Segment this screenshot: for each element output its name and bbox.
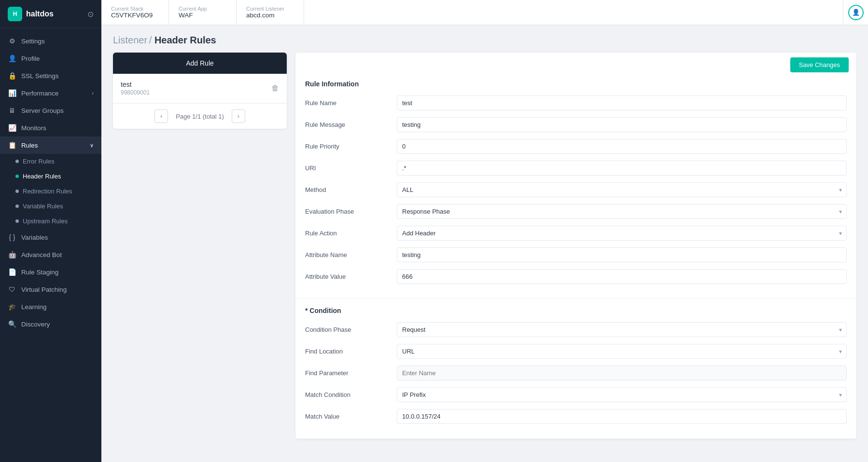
match-condition-select[interactable]: IP Prefix Exact Match Regex [397,387,847,402]
rule-name-label: Rule Name [305,99,387,107]
match-value-label: Match Value [305,413,387,420]
shield-icon: 🛡 [8,285,16,293]
sidebar-item-label: Advanced Bot [21,251,62,258]
current-app-section: Current App WAF [169,0,237,25]
attribute-name-label: Attribute Name [305,251,387,258]
rule-action-label: Rule Action [305,230,387,237]
pagination: ‹ Page 1/1 (total 1) › [113,103,287,129]
find-location-row: Find Location URL Header Body [305,344,847,359]
rule-action-select-wrapper: Add Header Remove Header Modify Header [397,226,847,241]
logo-text: haltdos [26,10,54,18]
sidebar-item-redirection-rules[interactable]: Redirection Rules [0,184,101,199]
prev-page-button[interactable]: ‹ [154,109,168,123]
method-select[interactable]: ALL GET POST PUT DELETE [397,182,847,197]
table-row[interactable]: test 998009001 🗑 [113,74,287,103]
content-layout: Add Rule test 998009001 🗑 ‹ Page 1/1 (to… [113,53,856,439]
sidebar-item-rules[interactable]: 📋 Rules ∨ [0,136,101,154]
find-location-select[interactable]: URL Header Body [397,344,847,359]
sidebar-item-advanced-bot[interactable]: 🤖 Advanced Bot [0,246,101,263]
gear-icon[interactable]: ⊙ [87,10,94,19]
breadcrumb-parent: Listener [113,35,147,45]
condition-phase-select[interactable]: Request Response [397,322,847,337]
match-value-row: Match Value [305,409,847,424]
learning-icon: 🎓 [8,303,16,311]
rules-icon: 📋 [8,141,16,149]
discovery-icon: 🔍 [8,320,16,328]
rule-id: 998009001 [121,89,150,96]
match-condition-label: Match Condition [305,391,387,398]
sidebar-item-error-rules[interactable]: Error Rules [0,154,101,169]
pagination-text: Page 1/1 (total 1) [176,113,224,120]
save-btn-container: Save Changes [295,53,856,72]
uri-input[interactable] [397,161,847,176]
find-location-select-wrapper: URL Header Body [397,344,847,359]
avatar-circle: 👤 [848,5,864,20]
sidebar-nav: ⚙ Settings 👤 Profile 🔒 SSL Settings 📊 Pe… [0,28,101,462]
evaluation-phase-select[interactable]: Response Phase Request Phase [397,204,847,219]
match-condition-select-wrapper: IP Prefix Exact Match Regex [397,387,847,402]
match-value-input[interactable] [397,409,847,424]
sidebar-item-monitors[interactable]: 📈 Monitors [0,119,101,136]
sidebar-item-variables[interactable]: { } Variables [0,229,101,246]
condition-section: * Condition Condition Phase Request Resp… [295,299,856,439]
breadcrumb-current: Header Rules [154,35,216,45]
stack-value: C5VTKFV6O9 [111,12,159,19]
dot-active-icon [15,175,19,178]
server-icon: 🖥 [8,107,16,114]
rule-information-section: Rule Information Rule Name Rule Message … [295,72,856,299]
variables-icon: { } [8,233,16,241]
lock-icon: 🔒 [8,72,16,80]
staging-icon: 📄 [8,268,16,276]
sidebar-item-profile[interactable]: 👤 Profile [0,50,101,67]
rule-action-select[interactable]: Add Header Remove Header Modify Header [397,226,847,241]
performance-icon: 📊 [8,89,16,97]
avatar[interactable]: 👤 [843,0,868,25]
attribute-name-input[interactable] [397,247,847,262]
rule-name-input[interactable] [397,95,847,110]
sidebar: H haltdos ⊙ ⚙ Settings 👤 Profile 🔒 SSL S… [0,0,101,462]
sidebar-item-variable-rules[interactable]: Variable Rules [0,199,101,214]
sidebar-item-virtual-patching[interactable]: 🛡 Virtual Patching [0,281,101,298]
sidebar-item-label: SSL Settings [21,72,59,80]
sidebar-item-label: Variables [21,234,48,241]
save-changes-button[interactable]: Save Changes [790,57,849,72]
rule-priority-input[interactable] [397,139,847,154]
method-label: Method [305,186,387,193]
dot-icon [15,219,19,223]
evaluation-phase-select-wrapper: Response Phase Request Phase [397,204,847,219]
logo-icon: H [8,7,22,21]
attribute-value-label: Attribute Value [305,273,387,280]
sidebar-item-learning[interactable]: 🎓 Learning [0,298,101,315]
attribute-value-input[interactable] [397,269,847,284]
add-rule-button[interactable]: Add Rule [113,53,287,74]
rule-priority-label: Rule Priority [305,143,387,150]
subnav-label: Upstream Rules [23,217,68,225]
sidebar-item-label: Profile [21,55,40,62]
sidebar-item-rule-staging[interactable]: 📄 Rule Staging [0,263,101,281]
chevron-down-icon: ∨ [90,142,94,149]
sidebar-item-settings[interactable]: ⚙ Settings [0,32,101,50]
next-page-button[interactable]: › [232,109,245,123]
stack-label: Current Stack [111,6,159,12]
rule-priority-row: Rule Priority [305,139,847,154]
sidebar-item-header-rules[interactable]: Header Rules [0,169,101,184]
dot-icon [15,160,19,163]
rule-message-input[interactable] [397,117,847,132]
sidebar-item-upstream-rules[interactable]: Upstream Rules [0,214,101,229]
listener-value: abcd.com [246,12,294,19]
subnav-label: Redirection Rules [23,188,72,195]
uri-row: URI [305,161,847,176]
delete-icon[interactable]: 🗑 [271,84,279,93]
topbar-spacer [304,0,843,25]
rule-item-info: test 998009001 [121,81,150,96]
sidebar-item-performance[interactable]: 📊 Performance › [0,84,101,102]
sidebar-item-discovery[interactable]: 🔍 Discovery [0,315,101,333]
logo-area: H haltdos ⊙ [0,0,101,28]
method-row: Method ALL GET POST PUT DELETE [305,182,847,197]
condition-phase-label: Condition Phase [305,326,387,333]
find-parameter-input[interactable] [397,366,847,380]
condition-phase-row: Condition Phase Request Response [305,322,847,337]
sidebar-item-server-groups[interactable]: 🖥 Server Groups [0,102,101,119]
sidebar-item-ssl[interactable]: 🔒 SSL Settings [0,67,101,84]
breadcrumb: Listener / Header Rules [113,35,856,46]
